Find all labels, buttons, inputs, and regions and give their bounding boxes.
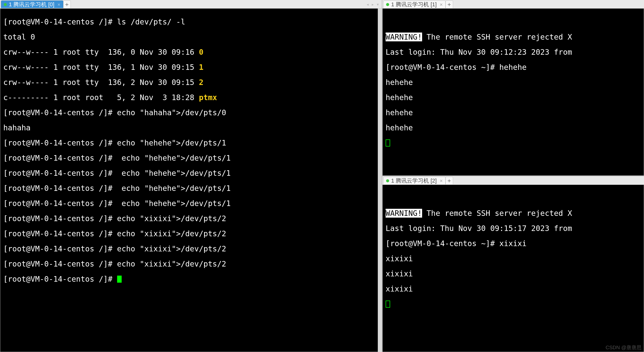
- close-icon[interactable]: ×: [440, 178, 443, 183]
- close-icon[interactable]: ×: [440, 2, 443, 7]
- tab-session-2[interactable]: 1 腾讯云学习机 [2] ×: [383, 177, 446, 184]
- tab-session-1[interactable]: 1 腾讯云学习机 [1] ×: [383, 1, 446, 8]
- new-tab-button[interactable]: +: [63, 1, 71, 8]
- chevron-down-icon[interactable]: ▾: [376, 1, 379, 7]
- tab-session-0[interactable]: 1 腾讯云学习机 [0] ×: [1, 1, 63, 8]
- close-icon[interactable]: ×: [57, 2, 60, 7]
- status-dot-icon: [386, 179, 389, 182]
- tabbar-left: 1 腾讯云学习机 [0] × + ◂ ▸ ▾: [0, 0, 382, 9]
- cursor-icon: [117, 276, 122, 283]
- chevron-left-icon[interactable]: ◂: [366, 1, 369, 7]
- scrollbar-track[interactable]: [378, 9, 382, 352]
- chevron-right-icon[interactable]: ▸: [371, 1, 374, 7]
- tab-label: 1 腾讯云学习机 [1]: [391, 1, 437, 8]
- status-dot-icon: [4, 3, 7, 6]
- tab-label: 1 腾讯云学习机 [0]: [9, 1, 54, 8]
- new-tab-button[interactable]: +: [446, 177, 453, 184]
- tabbar-right-bottom: 1 腾讯云学习机 [2] × +: [382, 176, 644, 185]
- tabbar-right-top: 1 腾讯云学习机 [1] × +: [382, 0, 644, 9]
- new-tab-button[interactable]: +: [446, 1, 453, 8]
- terminal-2[interactable]: WARNING! The remote SSH server rejected …: [382, 185, 644, 352]
- pane-right-top: 1 腾讯云学习机 [1] × + WARNING! The remote SSH…: [382, 0, 644, 176]
- pane-right-bottom: 1 腾讯云学习机 [2] × + WARNING! The remote SSH…: [382, 176, 644, 352]
- status-dot-icon: [386, 3, 389, 6]
- terminal-1[interactable]: WARNING! The remote SSH server rejected …: [382, 9, 644, 176]
- pane-right: 1 腾讯云学习机 [1] × + WARNING! The remote SSH…: [382, 0, 644, 352]
- tab-nav: ◂ ▸ ▾: [364, 0, 382, 8]
- pane-left: 1 腾讯云学习机 [0] × + ◂ ▸ ▾ [root@VM-0-14-cen…: [0, 0, 382, 352]
- cursor-icon: [386, 301, 390, 308]
- cursor-icon: [386, 139, 390, 146]
- terminal-0[interactable]: [root@VM-0-14-centos /]# ls /dev/pts/ -l…: [0, 9, 382, 352]
- tab-label: 1 腾讯云学习机 [2]: [391, 177, 437, 185]
- watermark: CSDN @唐唐思: [605, 344, 641, 351]
- app-root: 1 腾讯云学习机 [0] × + ◂ ▸ ▾ [root@VM-0-14-cen…: [0, 0, 644, 352]
